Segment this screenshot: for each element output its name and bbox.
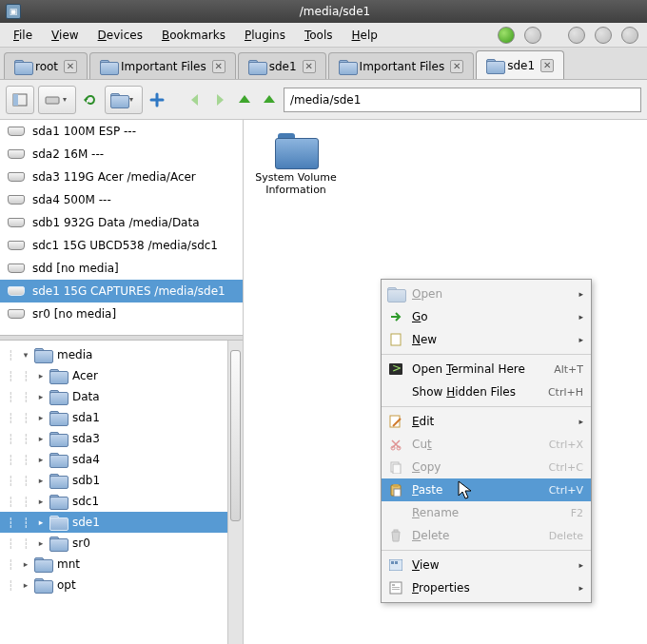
ctx-separator	[382, 406, 591, 407]
go-arrow-icon	[387, 310, 404, 323]
svg-rect-12	[393, 484, 399, 487]
device-row[interactable]: sda1 100M ESP ---	[0, 120, 243, 143]
folder-icon	[49, 453, 67, 466]
drive-icon	[8, 286, 25, 296]
folder-icon	[14, 60, 29, 73]
tab-sde1-2[interactable]: sde1✕	[476, 50, 564, 79]
ctx-delete[interactable]: DeleteDelete	[382, 524, 591, 547]
status-led-3	[568, 27, 585, 44]
ctx-rename[interactable]: RenameF2	[382, 501, 591, 524]
tree-twisty-icon[interactable]: ▸	[34, 434, 48, 443]
ctx-paste[interactable]: PasteCtrl+V	[382, 478, 591, 501]
tree-twisty-icon[interactable]: ▸	[34, 497, 48, 506]
tab-close-icon[interactable]: ✕	[212, 60, 225, 73]
tree-row[interactable]: ┆┆▸sdb1	[0, 470, 227, 491]
menu-view[interactable]: View	[44, 26, 86, 45]
tab-close-icon[interactable]: ✕	[540, 59, 554, 72]
sidebar-toggle-button[interactable]	[6, 86, 34, 114]
tree-label: sda4	[72, 453, 100, 466]
ctx-copy[interactable]: CopyCtrl+C	[382, 456, 591, 478]
tree-twisty-icon[interactable]: ▸	[19, 559, 32, 569]
ctx-open-terminal[interactable]: > Open Terminal HereAlt+T	[382, 358, 591, 381]
tree-row[interactable]: ┆┆▸sda4	[0, 449, 227, 470]
tab-root[interactable]: root✕	[4, 52, 88, 79]
svg-rect-15	[389, 559, 402, 571]
nav-up-button[interactable]	[259, 89, 280, 110]
ctx-show-hidden[interactable]: Show Hidden FilesCtrl+H	[382, 381, 591, 403]
tree-row[interactable]: ┆┆▸sdc1	[0, 491, 227, 512]
ctx-go[interactable]: Go▸	[382, 305, 591, 328]
tree-twisty-icon[interactable]: ▾	[19, 350, 32, 360]
drive-button[interactable]: ▾	[38, 86, 76, 114]
tree-twisty-icon[interactable]: ▸	[34, 413, 48, 422]
tree-label: Data	[72, 390, 100, 403]
tree-row[interactable]: ┆┆▸sr0	[0, 533, 227, 554]
tree-twisty-icon[interactable]: ▸	[19, 580, 32, 590]
menu-tools[interactable]: Tools	[297, 26, 341, 45]
tree-row[interactable]: ┆┆▸Data	[0, 386, 227, 407]
tree-row[interactable]: ┆┆▸sda1	[0, 407, 227, 428]
tree-scrollbar[interactable]	[227, 341, 243, 644]
refresh-button[interactable]	[80, 89, 101, 110]
tree-twisty-icon[interactable]: ▸	[34, 371, 48, 381]
tree-row[interactable]: ┆▸mnt	[0, 554, 227, 575]
menu-devices[interactable]: Devices	[90, 26, 150, 45]
device-row[interactable]: sda4 500M ---	[0, 188, 243, 211]
folder-icon	[49, 369, 67, 382]
device-row[interactable]: sdb1 932G Data /media/Data	[0, 211, 243, 234]
tab-close-icon[interactable]: ✕	[450, 60, 463, 73]
tree-label: sda1	[72, 411, 100, 424]
tree-twisty-icon[interactable]: ▸	[34, 517, 48, 527]
tree-row[interactable]: ┆▾media	[0, 344, 227, 365]
home-button[interactable]: ▾	[105, 86, 143, 114]
context-menu: Open▸ Go▸ New▸ > Open Terminal HereAlt+T…	[381, 279, 592, 603]
add-bookmark-button[interactable]	[147, 89, 167, 110]
device-row[interactable]: sde1 15G CAPTURES /media/sde1	[0, 280, 243, 302]
tab-important-files-1[interactable]: Important Files✕	[89, 52, 236, 79]
tab-label: Important Files	[121, 60, 206, 73]
menu-file[interactable]: File	[6, 26, 40, 45]
nav-forward-button[interactable]	[209, 89, 230, 110]
menu-plugins[interactable]: Plugins	[237, 26, 293, 45]
device-row[interactable]: sr0 [no media]	[0, 302, 243, 325]
device-row[interactable]: sdd [no media]	[0, 257, 243, 280]
tree-row[interactable]: ┆┆▸sda3	[0, 428, 227, 449]
nav-up-prev-button[interactable]	[234, 89, 255, 110]
device-row[interactable]: sdc1 15G UBCD538 /media/sdc1	[0, 234, 243, 257]
ctx-properties[interactable]: Properties▸	[382, 576, 591, 599]
ctx-view[interactable]: View▸	[382, 554, 591, 576]
ctx-open[interactable]: Open▸	[382, 283, 591, 305]
tree-twisty-icon[interactable]: ▸	[34, 392, 48, 401]
tree-row[interactable]: ┆┆▸Acer	[0, 365, 227, 386]
scroll-thumb[interactable]	[230, 350, 241, 521]
tab-sde1-1[interactable]: sde1✕	[238, 52, 326, 79]
folder-icon	[49, 390, 67, 403]
ctx-new[interactable]: New▸	[382, 328, 591, 351]
device-label: sda2 16M ---	[32, 147, 104, 161]
tab-label: sde1	[507, 59, 535, 72]
device-label: sde1 15G CAPTURES /media/sde1	[32, 284, 225, 298]
tree-twisty-icon[interactable]: ▸	[34, 455, 48, 464]
folder-item[interactable]: System Volume Information	[253, 133, 339, 196]
tree-row[interactable]: ┆▸opt	[0, 575, 227, 595]
ctx-edit[interactable]: Edit▸	[382, 410, 591, 433]
drive-icon	[8, 241, 25, 250]
tree-row[interactable]: ┆┆▸sde1	[0, 512, 227, 533]
svg-rect-17	[395, 561, 398, 564]
tab-close-icon[interactable]: ✕	[303, 60, 316, 73]
nav-back-button[interactable]	[185, 89, 206, 110]
svg-rect-21	[392, 589, 400, 590]
tree-twisty-icon[interactable]: ▸	[34, 538, 48, 548]
tab-close-icon[interactable]: ✕	[64, 60, 77, 73]
tab-important-files-2[interactable]: Important Files✕	[328, 52, 475, 79]
paste-icon	[387, 483, 404, 497]
device-row[interactable]: sda2 16M ---	[0, 143, 243, 166]
ctx-cut[interactable]: CutCtrl+X	[382, 433, 591, 456]
menu-help[interactable]: Help	[344, 26, 385, 45]
tree-label: sda3	[72, 432, 100, 445]
tree-twisty-icon[interactable]: ▸	[34, 476, 48, 485]
path-input[interactable]	[284, 88, 641, 112]
device-row[interactable]: sda3 119G Acer /media/Acer	[0, 166, 243, 188]
drive-icon	[8, 127, 25, 136]
menu-bookmarks[interactable]: Bookmarks	[154, 26, 233, 45]
